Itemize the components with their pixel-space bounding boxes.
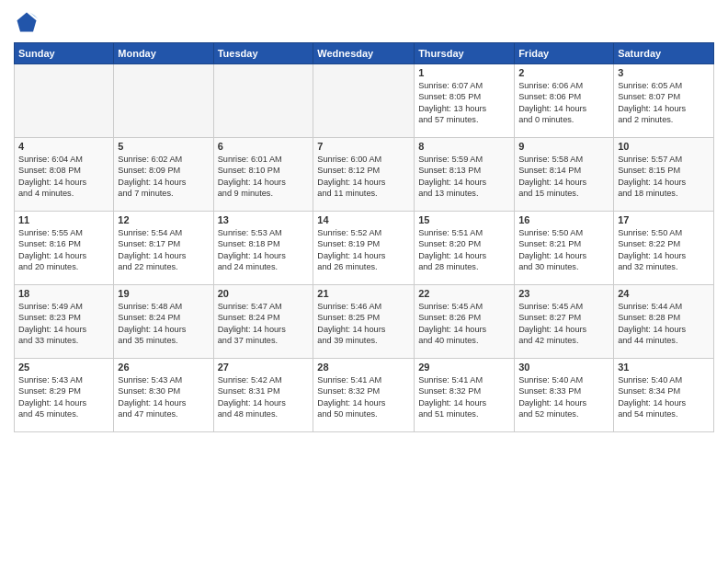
day-number: 23 (518, 288, 609, 299)
logo (14, 9, 43, 35)
day-info: Sunrise: 6:06 AM Sunset: 8:06 PM Dayligh… (518, 80, 609, 126)
day-info: Sunrise: 5:41 AM Sunset: 8:32 PM Dayligh… (418, 374, 510, 420)
day-cell (114, 64, 213, 138)
day-number: 17 (618, 214, 710, 225)
day-cell: 28Sunrise: 5:41 AM Sunset: 8:32 PM Dayli… (313, 359, 415, 432)
day-info: Sunrise: 5:44 AM Sunset: 8:28 PM Dayligh… (618, 301, 710, 347)
header-row: SundayMondayTuesdayWednesdayThursdayFrid… (15, 43, 714, 64)
day-cell (213, 64, 313, 138)
day-cell: 8Sunrise: 5:59 AM Sunset: 8:13 PM Daylig… (415, 138, 515, 212)
week-row-1: 1Sunrise: 6:07 AM Sunset: 8:05 PM Daylig… (15, 64, 714, 138)
day-cell: 22Sunrise: 5:45 AM Sunset: 8:26 PM Dayli… (415, 285, 515, 359)
day-info: Sunrise: 5:48 AM Sunset: 8:24 PM Dayligh… (118, 301, 209, 347)
day-number: 1 (418, 67, 510, 78)
day-info: Sunrise: 6:04 AM Sunset: 8:08 PM Dayligh… (18, 154, 109, 200)
day-cell: 23Sunrise: 5:45 AM Sunset: 8:27 PM Dayli… (515, 285, 614, 359)
header-cell-wednesday: Wednesday (313, 43, 415, 64)
day-number: 9 (518, 141, 609, 152)
day-info: Sunrise: 5:40 AM Sunset: 8:33 PM Dayligh… (518, 374, 609, 420)
day-info: Sunrise: 5:59 AM Sunset: 8:13 PM Dayligh… (418, 154, 510, 200)
day-cell: 31Sunrise: 5:40 AM Sunset: 8:34 PM Dayli… (614, 359, 714, 432)
day-info: Sunrise: 5:43 AM Sunset: 8:29 PM Dayligh… (18, 374, 109, 420)
day-number: 2 (518, 67, 609, 78)
calendar-header: SundayMondayTuesdayWednesdayThursdayFrid… (15, 43, 714, 64)
day-cell: 11Sunrise: 5:55 AM Sunset: 8:16 PM Dayli… (15, 212, 114, 285)
day-number: 26 (118, 362, 209, 373)
day-info: Sunrise: 5:50 AM Sunset: 8:21 PM Dayligh… (518, 227, 609, 273)
day-info: Sunrise: 6:00 AM Sunset: 8:12 PM Dayligh… (317, 154, 410, 200)
day-cell: 26Sunrise: 5:43 AM Sunset: 8:30 PM Dayli… (114, 359, 213, 432)
day-number: 18 (18, 288, 109, 299)
day-cell: 4Sunrise: 6:04 AM Sunset: 8:08 PM Daylig… (15, 138, 114, 212)
day-info: Sunrise: 5:49 AM Sunset: 8:23 PM Dayligh… (18, 301, 109, 347)
day-number: 10 (618, 141, 710, 152)
header-cell-monday: Monday (114, 43, 213, 64)
header-cell-saturday: Saturday (614, 43, 714, 64)
day-cell: 12Sunrise: 5:54 AM Sunset: 8:17 PM Dayli… (114, 212, 213, 285)
week-row-4: 18Sunrise: 5:49 AM Sunset: 8:23 PM Dayli… (15, 285, 714, 359)
day-cell: 13Sunrise: 5:53 AM Sunset: 8:18 PM Dayli… (213, 212, 313, 285)
header-cell-sunday: Sunday (15, 43, 114, 64)
week-row-3: 11Sunrise: 5:55 AM Sunset: 8:16 PM Dayli… (15, 212, 714, 285)
day-cell: 21Sunrise: 5:46 AM Sunset: 8:25 PM Dayli… (313, 285, 415, 359)
day-cell (313, 64, 415, 138)
day-number: 14 (317, 214, 410, 225)
day-info: Sunrise: 5:55 AM Sunset: 8:16 PM Dayligh… (18, 227, 109, 273)
day-cell: 14Sunrise: 5:52 AM Sunset: 8:19 PM Dayli… (313, 212, 415, 285)
day-cell: 27Sunrise: 5:42 AM Sunset: 8:31 PM Dayli… (213, 359, 313, 432)
day-number: 8 (418, 141, 510, 152)
day-cell: 3Sunrise: 6:05 AM Sunset: 8:07 PM Daylig… (614, 64, 714, 138)
day-cell: 16Sunrise: 5:50 AM Sunset: 8:21 PM Dayli… (515, 212, 614, 285)
day-cell: 24Sunrise: 5:44 AM Sunset: 8:28 PM Dayli… (614, 285, 714, 359)
header-cell-tuesday: Tuesday (213, 43, 313, 64)
day-info: Sunrise: 5:50 AM Sunset: 8:22 PM Dayligh… (618, 227, 710, 273)
day-info: Sunrise: 5:57 AM Sunset: 8:15 PM Dayligh… (618, 154, 710, 200)
day-number: 4 (18, 141, 109, 152)
day-info: Sunrise: 5:40 AM Sunset: 8:34 PM Dayligh… (618, 374, 710, 420)
calendar: SundayMondayTuesdayWednesdayThursdayFrid… (14, 42, 714, 432)
day-number: 30 (518, 362, 609, 373)
day-number: 29 (418, 362, 510, 373)
day-number: 22 (418, 288, 510, 299)
day-info: Sunrise: 5:58 AM Sunset: 8:14 PM Dayligh… (518, 154, 609, 200)
day-number: 24 (618, 288, 710, 299)
logo-icon (14, 9, 40, 35)
day-info: Sunrise: 5:43 AM Sunset: 8:30 PM Dayligh… (118, 374, 209, 420)
day-number: 20 (218, 288, 310, 299)
day-info: Sunrise: 5:54 AM Sunset: 8:17 PM Dayligh… (118, 227, 209, 273)
day-cell: 17Sunrise: 5:50 AM Sunset: 8:22 PM Dayli… (614, 212, 714, 285)
day-number: 7 (317, 141, 410, 152)
day-number: 19 (118, 288, 209, 299)
day-number: 11 (18, 214, 109, 225)
week-row-2: 4Sunrise: 6:04 AM Sunset: 8:08 PM Daylig… (15, 138, 714, 212)
day-cell: 19Sunrise: 5:48 AM Sunset: 8:24 PM Dayli… (114, 285, 213, 359)
day-cell: 25Sunrise: 5:43 AM Sunset: 8:29 PM Dayli… (15, 359, 114, 432)
day-number: 3 (618, 67, 710, 78)
day-number: 25 (18, 362, 109, 373)
day-info: Sunrise: 5:51 AM Sunset: 8:20 PM Dayligh… (418, 227, 510, 273)
page: SundayMondayTuesdayWednesdayThursdayFrid… (0, 0, 728, 563)
day-cell: 10Sunrise: 5:57 AM Sunset: 8:15 PM Dayli… (614, 138, 714, 212)
day-number: 28 (317, 362, 410, 373)
day-cell: 18Sunrise: 5:49 AM Sunset: 8:23 PM Dayli… (15, 285, 114, 359)
day-info: Sunrise: 5:45 AM Sunset: 8:26 PM Dayligh… (418, 301, 510, 347)
svg-marker-0 (17, 13, 37, 32)
day-number: 12 (118, 214, 209, 225)
day-cell: 15Sunrise: 5:51 AM Sunset: 8:20 PM Dayli… (415, 212, 515, 285)
day-info: Sunrise: 5:53 AM Sunset: 8:18 PM Dayligh… (218, 227, 310, 273)
day-number: 15 (418, 214, 510, 225)
day-info: Sunrise: 6:05 AM Sunset: 8:07 PM Dayligh… (618, 80, 710, 126)
day-info: Sunrise: 6:07 AM Sunset: 8:05 PM Dayligh… (418, 80, 510, 126)
day-cell: 20Sunrise: 5:47 AM Sunset: 8:24 PM Dayli… (213, 285, 313, 359)
day-cell (15, 64, 114, 138)
day-cell: 30Sunrise: 5:40 AM Sunset: 8:33 PM Dayli… (515, 359, 614, 432)
day-number: 5 (118, 141, 209, 152)
calendar-body: 1Sunrise: 6:07 AM Sunset: 8:05 PM Daylig… (15, 64, 714, 432)
week-row-5: 25Sunrise: 5:43 AM Sunset: 8:29 PM Dayli… (15, 359, 714, 432)
day-info: Sunrise: 5:41 AM Sunset: 8:32 PM Dayligh… (317, 374, 410, 420)
day-cell: 9Sunrise: 5:58 AM Sunset: 8:14 PM Daylig… (515, 138, 614, 212)
day-number: 31 (618, 362, 710, 373)
day-cell: 2Sunrise: 6:06 AM Sunset: 8:06 PM Daylig… (515, 64, 614, 138)
day-cell: 7Sunrise: 6:00 AM Sunset: 8:12 PM Daylig… (313, 138, 415, 212)
day-info: Sunrise: 6:02 AM Sunset: 8:09 PM Dayligh… (118, 154, 209, 200)
